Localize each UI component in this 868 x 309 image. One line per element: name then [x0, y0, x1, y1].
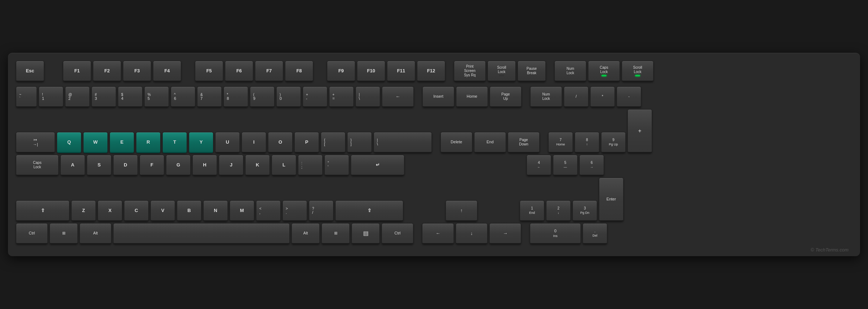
key-q[interactable]: Q — [57, 132, 81, 153]
key-i[interactable]: I — [242, 132, 266, 153]
key-2[interactable]: @2 — [65, 86, 90, 107]
key-3[interactable]: #3 — [92, 86, 116, 107]
key-right-shift[interactable]: ⇧ — [335, 200, 403, 221]
key-scroll-lock-numpad[interactable]: ScrollLock — [622, 61, 654, 82]
key-numpad-0[interactable]: 0Ins — [530, 223, 581, 244]
key-numpad-6[interactable]: 6→ — [579, 155, 604, 176]
key-8[interactable]: *8 — [224, 86, 248, 107]
key-e[interactable]: E — [110, 132, 134, 153]
key-arrow-left[interactable]: ← — [422, 223, 454, 244]
key-n[interactable]: N — [203, 200, 228, 221]
key-numpad-7[interactable]: 7Home — [548, 132, 573, 153]
key-numpad-9[interactable]: 9Pg Up — [601, 132, 626, 153]
key-a[interactable]: A — [60, 155, 85, 176]
key-f11[interactable]: F11 — [387, 61, 415, 82]
key-k[interactable]: K — [245, 155, 270, 176]
key-num-lock[interactable]: NumLock — [554, 61, 586, 82]
key-caps-lock[interactable]: CapsLock — [16, 155, 59, 176]
key-page-up[interactable]: PageUp — [490, 86, 522, 107]
key-r[interactable]: R — [136, 132, 161, 153]
key-enter[interactable]: ↵ — [351, 155, 404, 176]
key-h[interactable]: H — [192, 155, 217, 176]
key-o[interactable]: O — [268, 132, 293, 153]
key-x[interactable]: X — [98, 200, 122, 221]
key-pause[interactable]: PauseBreak — [518, 61, 546, 82]
key-left-win[interactable]: ⊞ — [50, 223, 78, 244]
key-backspace[interactable]: ← — [382, 86, 414, 107]
key-f3[interactable]: F3 — [123, 61, 151, 82]
key-numpad-3[interactable]: 3Pg Dn — [573, 200, 597, 221]
key-arrow-right[interactable]: → — [489, 223, 521, 244]
key-6[interactable]: ^6 — [171, 86, 195, 107]
key-t[interactable]: T — [162, 132, 187, 153]
key-7[interactable]: &7 — [197, 86, 222, 107]
key-f5[interactable]: F5 — [195, 61, 223, 82]
key-comma[interactable]: <, — [256, 200, 281, 221]
key-right-win[interactable]: ⊞ — [322, 223, 350, 244]
key-l[interactable]: L — [272, 155, 296, 176]
key-f6[interactable]: F6 — [225, 61, 253, 82]
key-f12[interactable]: F12 — [417, 61, 445, 82]
key-right-alt[interactable]: Alt — [292, 223, 320, 244]
key-s[interactable]: S — [87, 155, 111, 176]
key-f2[interactable]: F2 — [93, 61, 121, 82]
key-numpad-slash[interactable]: / — [564, 86, 588, 107]
key-arrow-up[interactable]: ↑ — [446, 200, 477, 221]
key-y[interactable]: Y — [189, 132, 213, 153]
key-insert[interactable]: Insert — [422, 86, 454, 107]
key-rbracket[interactable]: }] — [347, 132, 372, 153]
key-numpad-dot[interactable]: .Del — [583, 223, 607, 244]
key-c[interactable]: C — [124, 200, 149, 221]
key-f[interactable]: F — [140, 155, 164, 176]
key-delete[interactable]: Delete — [441, 132, 472, 153]
key-numpad-1[interactable]: 1End — [520, 200, 544, 221]
key-scroll-lock[interactable]: ScrollLock — [488, 61, 516, 82]
key-left-alt[interactable]: Alt — [80, 223, 111, 244]
key-numpad-plus[interactable]: + — [627, 109, 652, 153]
key-m[interactable]: M — [230, 200, 254, 221]
key-f1[interactable]: F1 — [63, 61, 91, 82]
key-left-shift[interactable]: ⇧ — [16, 200, 69, 221]
key-space[interactable] — [113, 223, 290, 244]
key-f10[interactable]: F10 — [357, 61, 385, 82]
key-period[interactable]: >. — [282, 200, 307, 221]
key-tab[interactable]: ↦→| — [16, 132, 55, 153]
key-p[interactable]: P — [294, 132, 319, 153]
key-f9[interactable]: F9 — [327, 61, 355, 82]
key-numpad-2[interactable]: 2↓ — [546, 200, 571, 221]
key-print-screen[interactable]: PrintScreenSys Rq — [454, 61, 486, 82]
key-5[interactable]: %5 — [144, 86, 169, 107]
key-f4[interactable]: F4 — [153, 61, 181, 82]
key-f8[interactable]: F8 — [285, 61, 313, 82]
key-tilde[interactable]: ~` — [16, 86, 37, 107]
key-slash[interactable]: ?/ — [309, 200, 333, 221]
key-left-ctrl[interactable]: Ctrl — [16, 223, 48, 244]
key-v[interactable]: V — [150, 200, 175, 221]
key-minus[interactable]: +- — [303, 86, 327, 107]
key-z[interactable]: Z — [71, 200, 96, 221]
key-j[interactable]: J — [219, 155, 243, 176]
key-semicolon[interactable]: :; — [298, 155, 323, 176]
key-numpad-enter[interactable]: Enter — [599, 178, 624, 221]
key-menu[interactable]: ▤ — [352, 223, 380, 244]
key-g[interactable]: G — [166, 155, 191, 176]
key-0[interactable]: )0 — [276, 86, 301, 107]
key-numpad-4[interactable]: 4← — [527, 155, 551, 176]
key-esc[interactable]: Esc — [16, 61, 44, 82]
key-1[interactable]: !1 — [39, 86, 63, 107]
key-numpad-8[interactable]: 8↑ — [575, 132, 599, 153]
key-home[interactable]: Home — [456, 86, 488, 107]
key-w[interactable]: W — [83, 132, 108, 153]
key-end[interactable]: End — [474, 132, 506, 153]
key-f7[interactable]: F7 — [255, 61, 283, 82]
key-numpad-multiply[interactable]: * — [590, 86, 615, 107]
key-9[interactable]: (9 — [250, 86, 275, 107]
key-right-ctrl[interactable]: Ctrl — [382, 223, 413, 244]
key-numpad-5[interactable]: 5— — [553, 155, 578, 176]
key-d[interactable]: D — [113, 155, 138, 176]
key-quote[interactable]: "' — [324, 155, 349, 176]
key-u[interactable]: U — [215, 132, 240, 153]
key-numlock[interactable]: NumLock — [530, 86, 562, 107]
key-caps-lock-numpad[interactable]: CapsLock — [588, 61, 620, 82]
key-arrow-down[interactable]: ↓ — [456, 223, 488, 244]
